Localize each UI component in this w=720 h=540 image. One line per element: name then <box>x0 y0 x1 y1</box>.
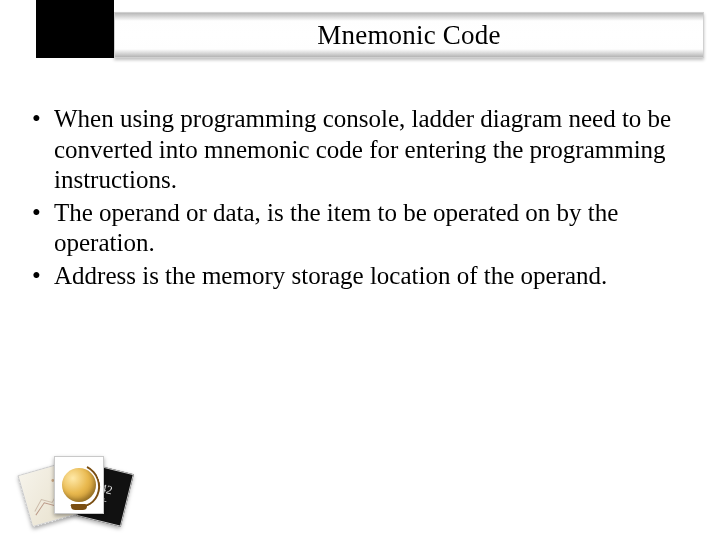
list-item: When using programming console, ladder d… <box>28 104 692 196</box>
content-area: When using programming console, ladder d… <box>28 104 692 293</box>
list-item: The operand or data, is the item to be o… <box>28 198 692 259</box>
globe-stand <box>71 504 87 510</box>
bullet-list: When using programming console, ladder d… <box>28 104 692 291</box>
globe-icon <box>62 468 96 502</box>
globe-card-icon <box>54 456 104 514</box>
list-item: Address is the memory storage location o… <box>28 261 692 292</box>
title-accent-block <box>36 0 114 58</box>
title-bar: Mnemonic Code <box>36 12 704 58</box>
title-strip: Mnemonic Code <box>114 12 704 58</box>
footer-decoration: 42 + <box>24 452 128 526</box>
page-title: Mnemonic Code <box>317 20 500 51</box>
